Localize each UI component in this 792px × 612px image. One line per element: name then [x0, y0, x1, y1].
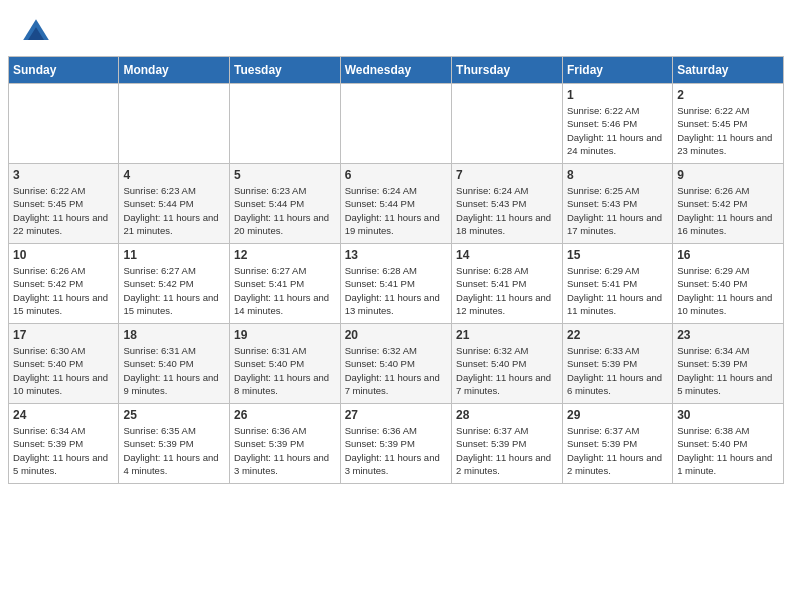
calendar-header: SundayMondayTuesdayWednesdayThursdayFrid…	[9, 57, 784, 84]
day-number: 12	[234, 248, 336, 262]
day-info: Sunrise: 6:24 AM Sunset: 5:43 PM Dayligh…	[456, 184, 558, 237]
calendar-cell: 22Sunrise: 6:33 AM Sunset: 5:39 PM Dayli…	[562, 324, 672, 404]
day-number: 7	[456, 168, 558, 182]
calendar-cell	[452, 84, 563, 164]
logo-icon	[20, 16, 52, 48]
calendar-cell: 24Sunrise: 6:34 AM Sunset: 5:39 PM Dayli…	[9, 404, 119, 484]
day-number: 30	[677, 408, 779, 422]
calendar-table: SundayMondayTuesdayWednesdayThursdayFrid…	[8, 56, 784, 484]
calendar-cell: 26Sunrise: 6:36 AM Sunset: 5:39 PM Dayli…	[230, 404, 341, 484]
calendar-week-row: 3Sunrise: 6:22 AM Sunset: 5:45 PM Daylig…	[9, 164, 784, 244]
calendar-cell: 25Sunrise: 6:35 AM Sunset: 5:39 PM Dayli…	[119, 404, 230, 484]
day-number: 6	[345, 168, 447, 182]
calendar-week-row: 10Sunrise: 6:26 AM Sunset: 5:42 PM Dayli…	[9, 244, 784, 324]
weekday-header: Tuesday	[230, 57, 341, 84]
day-info: Sunrise: 6:28 AM Sunset: 5:41 PM Dayligh…	[456, 264, 558, 317]
day-number: 1	[567, 88, 668, 102]
day-info: Sunrise: 6:28 AM Sunset: 5:41 PM Dayligh…	[345, 264, 447, 317]
day-info: Sunrise: 6:25 AM Sunset: 5:43 PM Dayligh…	[567, 184, 668, 237]
calendar-cell: 28Sunrise: 6:37 AM Sunset: 5:39 PM Dayli…	[452, 404, 563, 484]
day-info: Sunrise: 6:24 AM Sunset: 5:44 PM Dayligh…	[345, 184, 447, 237]
day-number: 16	[677, 248, 779, 262]
calendar-cell: 3Sunrise: 6:22 AM Sunset: 5:45 PM Daylig…	[9, 164, 119, 244]
weekday-header: Sunday	[9, 57, 119, 84]
calendar-cell	[340, 84, 451, 164]
day-number: 26	[234, 408, 336, 422]
calendar-week-row: 1Sunrise: 6:22 AM Sunset: 5:46 PM Daylig…	[9, 84, 784, 164]
calendar-cell	[230, 84, 341, 164]
day-info: Sunrise: 6:36 AM Sunset: 5:39 PM Dayligh…	[345, 424, 447, 477]
day-info: Sunrise: 6:22 AM Sunset: 5:46 PM Dayligh…	[567, 104, 668, 157]
day-info: Sunrise: 6:27 AM Sunset: 5:41 PM Dayligh…	[234, 264, 336, 317]
calendar-week-row: 24Sunrise: 6:34 AM Sunset: 5:39 PM Dayli…	[9, 404, 784, 484]
weekday-header: Saturday	[673, 57, 784, 84]
calendar-cell: 6Sunrise: 6:24 AM Sunset: 5:44 PM Daylig…	[340, 164, 451, 244]
day-number: 27	[345, 408, 447, 422]
calendar-cell: 14Sunrise: 6:28 AM Sunset: 5:41 PM Dayli…	[452, 244, 563, 324]
day-number: 9	[677, 168, 779, 182]
day-info: Sunrise: 6:36 AM Sunset: 5:39 PM Dayligh…	[234, 424, 336, 477]
calendar-cell: 16Sunrise: 6:29 AM Sunset: 5:40 PM Dayli…	[673, 244, 784, 324]
logo	[20, 16, 56, 48]
calendar-cell: 29Sunrise: 6:37 AM Sunset: 5:39 PM Dayli…	[562, 404, 672, 484]
calendar-cell: 15Sunrise: 6:29 AM Sunset: 5:41 PM Dayli…	[562, 244, 672, 324]
day-number: 5	[234, 168, 336, 182]
calendar-cell: 11Sunrise: 6:27 AM Sunset: 5:42 PM Dayli…	[119, 244, 230, 324]
calendar-container: SundayMondayTuesdayWednesdayThursdayFrid…	[0, 56, 792, 492]
calendar-cell: 1Sunrise: 6:22 AM Sunset: 5:46 PM Daylig…	[562, 84, 672, 164]
day-number: 15	[567, 248, 668, 262]
day-number: 24	[13, 408, 114, 422]
day-number: 8	[567, 168, 668, 182]
calendar-cell: 5Sunrise: 6:23 AM Sunset: 5:44 PM Daylig…	[230, 164, 341, 244]
day-info: Sunrise: 6:22 AM Sunset: 5:45 PM Dayligh…	[13, 184, 114, 237]
calendar-cell: 8Sunrise: 6:25 AM Sunset: 5:43 PM Daylig…	[562, 164, 672, 244]
weekday-header: Monday	[119, 57, 230, 84]
day-number: 18	[123, 328, 225, 342]
day-info: Sunrise: 6:23 AM Sunset: 5:44 PM Dayligh…	[234, 184, 336, 237]
day-info: Sunrise: 6:32 AM Sunset: 5:40 PM Dayligh…	[345, 344, 447, 397]
day-info: Sunrise: 6:38 AM Sunset: 5:40 PM Dayligh…	[677, 424, 779, 477]
day-number: 13	[345, 248, 447, 262]
day-info: Sunrise: 6:34 AM Sunset: 5:39 PM Dayligh…	[13, 424, 114, 477]
day-number: 2	[677, 88, 779, 102]
calendar-cell: 7Sunrise: 6:24 AM Sunset: 5:43 PM Daylig…	[452, 164, 563, 244]
weekday-header: Wednesday	[340, 57, 451, 84]
day-info: Sunrise: 6:26 AM Sunset: 5:42 PM Dayligh…	[13, 264, 114, 317]
day-info: Sunrise: 6:22 AM Sunset: 5:45 PM Dayligh…	[677, 104, 779, 157]
calendar-cell: 19Sunrise: 6:31 AM Sunset: 5:40 PM Dayli…	[230, 324, 341, 404]
day-info: Sunrise: 6:23 AM Sunset: 5:44 PM Dayligh…	[123, 184, 225, 237]
day-number: 25	[123, 408, 225, 422]
calendar-cell: 12Sunrise: 6:27 AM Sunset: 5:41 PM Dayli…	[230, 244, 341, 324]
day-number: 14	[456, 248, 558, 262]
day-info: Sunrise: 6:32 AM Sunset: 5:40 PM Dayligh…	[456, 344, 558, 397]
calendar-cell: 20Sunrise: 6:32 AM Sunset: 5:40 PM Dayli…	[340, 324, 451, 404]
day-info: Sunrise: 6:27 AM Sunset: 5:42 PM Dayligh…	[123, 264, 225, 317]
day-info: Sunrise: 6:34 AM Sunset: 5:39 PM Dayligh…	[677, 344, 779, 397]
day-info: Sunrise: 6:37 AM Sunset: 5:39 PM Dayligh…	[567, 424, 668, 477]
day-number: 17	[13, 328, 114, 342]
calendar-body: 1Sunrise: 6:22 AM Sunset: 5:46 PM Daylig…	[9, 84, 784, 484]
page-header	[0, 0, 792, 56]
day-number: 28	[456, 408, 558, 422]
day-info: Sunrise: 6:37 AM Sunset: 5:39 PM Dayligh…	[456, 424, 558, 477]
weekday-header: Thursday	[452, 57, 563, 84]
calendar-cell: 17Sunrise: 6:30 AM Sunset: 5:40 PM Dayli…	[9, 324, 119, 404]
day-number: 10	[13, 248, 114, 262]
day-number: 19	[234, 328, 336, 342]
calendar-cell: 18Sunrise: 6:31 AM Sunset: 5:40 PM Dayli…	[119, 324, 230, 404]
calendar-cell: 27Sunrise: 6:36 AM Sunset: 5:39 PM Dayli…	[340, 404, 451, 484]
day-info: Sunrise: 6:33 AM Sunset: 5:39 PM Dayligh…	[567, 344, 668, 397]
calendar-cell: 4Sunrise: 6:23 AM Sunset: 5:44 PM Daylig…	[119, 164, 230, 244]
calendar-cell: 10Sunrise: 6:26 AM Sunset: 5:42 PM Dayli…	[9, 244, 119, 324]
day-info: Sunrise: 6:31 AM Sunset: 5:40 PM Dayligh…	[234, 344, 336, 397]
day-number: 21	[456, 328, 558, 342]
day-info: Sunrise: 6:35 AM Sunset: 5:39 PM Dayligh…	[123, 424, 225, 477]
calendar-cell: 2Sunrise: 6:22 AM Sunset: 5:45 PM Daylig…	[673, 84, 784, 164]
calendar-cell	[9, 84, 119, 164]
calendar-cell: 21Sunrise: 6:32 AM Sunset: 5:40 PM Dayli…	[452, 324, 563, 404]
calendar-cell: 9Sunrise: 6:26 AM Sunset: 5:42 PM Daylig…	[673, 164, 784, 244]
calendar-cell	[119, 84, 230, 164]
weekday-header: Friday	[562, 57, 672, 84]
day-number: 3	[13, 168, 114, 182]
day-number: 29	[567, 408, 668, 422]
